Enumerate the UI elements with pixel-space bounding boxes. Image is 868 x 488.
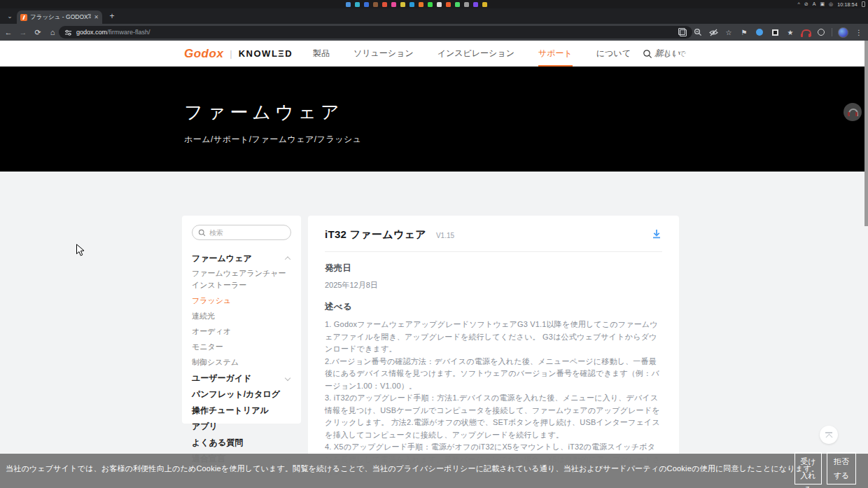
logo-group: Godox | KNOWLΞD xyxy=(184,41,293,67)
tray-app-icon[interactable]: ▣ xyxy=(820,0,825,8)
chevron-down-icon xyxy=(285,375,290,380)
toolbar-actions: ☆ ⚑ ★ ⋮ xyxy=(678,24,864,41)
sidebar-item-launcher-installer[interactable]: ファームウェアランチャーインストーラー xyxy=(192,266,291,293)
ext-headphones-icon[interactable] xyxy=(801,27,811,37)
tray-chevron-icon[interactable]: ^ xyxy=(798,0,800,8)
divider xyxy=(325,251,662,252)
breadcrumb[interactable]: ホーム/サポート/ファームウェア/フラッシュ xyxy=(184,134,362,146)
description-paragraph: 3. iT32のアップグレード手順：方法1.デバイスの電源を入れた後、メニューに… xyxy=(325,392,662,441)
browser-menu-icon[interactable]: ⋮ xyxy=(854,27,864,37)
app-icon-4[interactable] xyxy=(373,2,378,7)
godox-logo[interactable]: Godox xyxy=(184,47,223,61)
sidebar-item-monitor[interactable]: モニター xyxy=(192,339,291,354)
sidebar-item-audio[interactable]: オーディオ xyxy=(192,323,291,339)
visibility-off-icon[interactable] xyxy=(708,27,718,37)
hero-banner: ファームウェア ホーム/サポート/ファームウェア/フラッシュ xyxy=(0,67,868,172)
ext-square-icon[interactable] xyxy=(770,27,780,37)
profile-avatar[interactable] xyxy=(838,27,848,38)
app-icon-9[interactable] xyxy=(419,2,424,7)
cookie-accept-button[interactable]: 受け入れる xyxy=(794,452,822,484)
sidebar-item-label: ユーザーガイド xyxy=(192,370,251,386)
cookie-reject-button[interactable]: 拒否する xyxy=(827,452,856,484)
language-switch[interactable]: CN | で xyxy=(659,49,687,59)
sidebar-item-control-system[interactable]: 制御システム xyxy=(192,354,291,370)
sidebar-card: ファームウェア ファームウェアランチャーインストーラー フラッシュ 連続光 オー… xyxy=(182,216,301,424)
sidebar-search[interactable] xyxy=(192,225,291,240)
knowled-logo[interactable]: KNOWLΞD xyxy=(239,48,293,59)
sidebar-item-user-guide[interactable]: ユーザーガイド xyxy=(192,370,291,386)
url-text[interactable]: godox.com/firmware-flash/ xyxy=(76,29,150,36)
taskbar-clock[interactable]: 10:18:54 xyxy=(837,2,858,7)
zoom-icon[interactable] xyxy=(693,27,703,37)
sidebar-item-flash[interactable]: フラッシュ xyxy=(192,293,291,308)
scrollbar-thumb[interactable] xyxy=(864,41,868,226)
back-button[interactable]: ← xyxy=(2,26,15,39)
sidebar-item-firmware[interactable]: ファームウェア xyxy=(192,250,291,266)
sidebar-item-faq[interactable]: よくある質問 xyxy=(192,434,291,450)
site-info-icon[interactable] xyxy=(64,29,72,36)
sidebar-item-app[interactable]: アプリ xyxy=(192,418,291,434)
app-icon-3[interactable] xyxy=(364,2,369,7)
tab-close-icon[interactable]: ✕ xyxy=(94,14,99,20)
url-host: godox.com xyxy=(76,29,107,36)
app-icon-5[interactable] xyxy=(382,2,387,7)
ext-star-icon[interactable]: ★ xyxy=(785,27,795,37)
godox-favicon-icon xyxy=(20,14,27,21)
firmware-header: iT32 ファームウェア V1.15 xyxy=(325,228,662,242)
nav-about[interactable]: について xyxy=(596,41,631,67)
app-icon-11[interactable] xyxy=(437,2,442,7)
home-button[interactable]: ⌂ xyxy=(46,26,59,39)
tray-settings-icon[interactable]: ◎ xyxy=(829,0,833,8)
download-button[interactable] xyxy=(651,228,662,242)
support-chat-button[interactable] xyxy=(844,103,862,121)
tab-search-icon[interactable]: ⌄ xyxy=(4,11,15,22)
browser-tab[interactable]: フラッシュ - GODOX写真機器株式会社 ✕ xyxy=(17,11,102,24)
app-icon-16[interactable] xyxy=(482,2,487,7)
description-paragraph: 1. GodoxファームウェアアップグレードソフトウェアG3 V1.1以降を使用… xyxy=(325,319,662,356)
browser-toolbar: ← → ⟳ ⌂ godox.com/firmware-flash/ ☆ ⚑ xyxy=(0,24,868,41)
firmware-detail-card: iT32 ファームウェア V1.15 発売日 2025年12月8日 述べる 1.… xyxy=(308,216,679,468)
chevron-up-icon xyxy=(825,432,832,438)
app-icon-12[interactable] xyxy=(446,2,451,7)
toolbar-separator xyxy=(832,28,832,36)
app-icon-13[interactable] xyxy=(455,2,460,7)
ext-loop-icon[interactable] xyxy=(816,27,826,37)
nav-products[interactable]: 製品 xyxy=(313,41,330,67)
search-icon[interactable] xyxy=(643,49,652,59)
site-header: Godox | KNOWLΞD 製品 ソリューション インスピレーション サポー… xyxy=(0,41,868,67)
release-date-label: 発売日 xyxy=(325,263,662,274)
sidebar-menu: ファームウェア ファームウェアランチャーインストーラー フラッシュ 連続光 オー… xyxy=(192,250,291,466)
cookie-banner: 当社のウェブサイトでは、お客様の利便性向上のためCookieを使用しています。閲… xyxy=(0,454,868,488)
tray-network-icon[interactable]: ⊘ xyxy=(804,0,808,8)
scroll-to-top-button[interactable] xyxy=(820,426,838,444)
new-tab-button[interactable]: + xyxy=(106,11,118,22)
app-icon-15[interactable] xyxy=(473,2,478,7)
screen: ^ ⊘ A ▣ ◎ 10:18:54 ⌄ フラッシュ - GODOX写真機器株式… xyxy=(0,0,868,488)
sidebar-item-continuous-light[interactable]: 連続光 xyxy=(192,308,291,323)
app-icon-10[interactable] xyxy=(428,2,433,7)
app-icon-1[interactable] xyxy=(346,2,351,7)
app-icon-2[interactable] xyxy=(355,2,360,7)
release-date-value: 2025年12月8日 xyxy=(325,280,662,291)
refresh-button[interactable]: ⟳ xyxy=(31,26,44,39)
sidebar-item-brochure[interactable]: パンフレット/カタログ xyxy=(192,386,291,402)
show-desktop-button[interactable] xyxy=(862,1,865,7)
forward-button[interactable]: → xyxy=(17,26,29,39)
ext-blue-circle-icon[interactable] xyxy=(755,27,764,37)
app-icon-7[interactable] xyxy=(400,2,405,7)
sidebar-item-tutorial[interactable]: 操作チュートリアル xyxy=(192,402,291,418)
bookmark-star-icon[interactable]: ☆ xyxy=(724,27,734,37)
nav-inspiration[interactable]: インスピレーション xyxy=(438,41,514,67)
url-bar[interactable]: godox.com/firmware-flash/ xyxy=(59,26,692,39)
tray-ime-icon[interactable]: A xyxy=(813,0,816,8)
ext-bookmark-flag-icon[interactable]: ⚑ xyxy=(739,27,749,37)
nav-support[interactable]: サポート xyxy=(538,41,573,67)
app-icon-14[interactable] xyxy=(464,2,469,7)
app-icon-6[interactable] xyxy=(391,2,396,7)
sidebar-search-input[interactable] xyxy=(209,229,279,237)
main-nav: 製品 ソリューション インスピレーション サポート について 新しい xyxy=(313,41,680,67)
nav-solutions[interactable]: ソリューション xyxy=(354,41,414,67)
logo-divider: | xyxy=(230,48,232,59)
translate-icon[interactable] xyxy=(678,27,687,37)
app-icon-8[interactable] xyxy=(410,2,414,7)
